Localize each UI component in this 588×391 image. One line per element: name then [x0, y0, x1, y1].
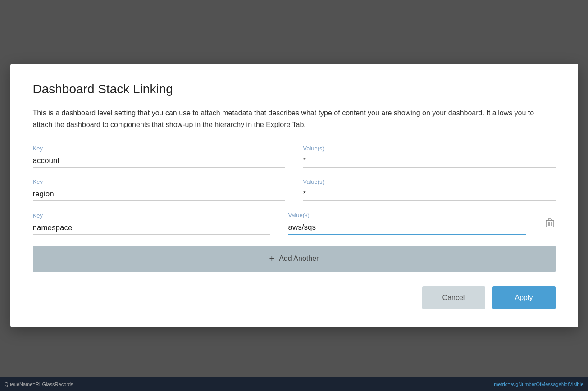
fields-container: Key Value(s) Key Value(s) Key: [33, 145, 556, 235]
key-group-1: Key: [33, 145, 285, 168]
add-another-label: Add Another: [279, 255, 319, 263]
delete-row-3-button[interactable]: [544, 216, 556, 232]
dialog-description: This is a dashboard level setting that y…: [33, 107, 556, 130]
value-group-2: Value(s): [303, 178, 556, 201]
trash-icon: [546, 221, 554, 230]
key-group-2: Key: [33, 178, 285, 201]
dialog-title: Dashboard Stack Linking: [33, 82, 556, 96]
plus-icon: +: [269, 254, 275, 264]
cancel-button[interactable]: Cancel: [422, 286, 485, 309]
key-label-2: Key: [33, 178, 285, 185]
bottom-left-text: QueueName=RI-GlassRecords: [5, 382, 73, 387]
bottom-bar: QueueName=RI-GlassRecords metric=avgNumb…: [0, 377, 588, 391]
value-input-3[interactable]: [288, 221, 526, 235]
apply-button[interactable]: Apply: [492, 286, 556, 309]
add-another-button[interactable]: + Add Another: [33, 246, 556, 272]
value-group-1: Value(s): [303, 145, 556, 168]
key-label-1: Key: [33, 145, 285, 152]
field-row-3: Key Value(s): [33, 212, 556, 235]
field-row-2: Key Value(s): [33, 178, 556, 201]
bottom-right-text: metric=avgNumberOfMessageNotVisible: [494, 382, 583, 387]
field-row-1: Key Value(s): [33, 145, 556, 168]
key-input-2[interactable]: [33, 188, 285, 201]
value-group-3: Value(s): [288, 212, 526, 235]
key-input-3[interactable]: [33, 222, 270, 235]
key-label-3: Key: [33, 212, 270, 219]
dialog-container: Dashboard Stack Linking This is a dashbo…: [10, 64, 578, 327]
value-label-2: Value(s): [303, 178, 556, 185]
key-input-1[interactable]: [33, 155, 285, 168]
dialog-footer: Cancel Apply: [33, 286, 556, 309]
key-group-3: Key: [33, 212, 270, 235]
value-label-1: Value(s): [303, 145, 556, 152]
value-input-2[interactable]: [303, 188, 556, 201]
value-input-1[interactable]: [303, 155, 556, 168]
value-label-3: Value(s): [288, 212, 526, 218]
